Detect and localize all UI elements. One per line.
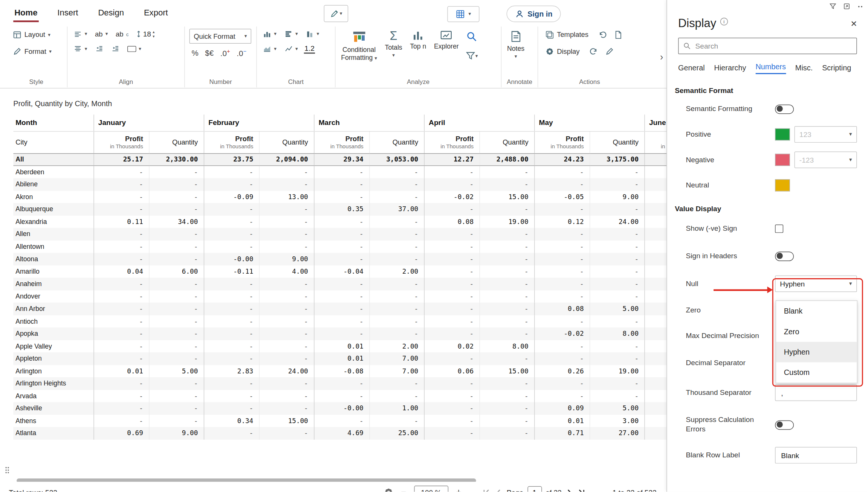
cell[interactable]: - bbox=[534, 390, 590, 402]
info-icon[interactable]: i bbox=[720, 18, 728, 26]
cell[interactable]: - bbox=[590, 253, 644, 265]
cell[interactable]: - bbox=[259, 352, 314, 365]
positive-format-dropdown[interactable]: 123▾ bbox=[795, 126, 857, 143]
prev-page-button[interactable] bbox=[494, 488, 503, 492]
cell[interactable]: - bbox=[590, 390, 644, 402]
toolbar-extra-doc-icon[interactable] bbox=[614, 30, 623, 40]
cell[interactable]: - bbox=[204, 166, 259, 178]
row-label[interactable]: Andover bbox=[13, 290, 93, 303]
cell[interactable]: - bbox=[314, 253, 369, 265]
cell[interactable]: 6.00 bbox=[149, 265, 203, 278]
row-label[interactable]: All bbox=[13, 153, 93, 166]
cell[interactable]: 2,330.00 bbox=[149, 153, 203, 166]
cell[interactable]: - bbox=[314, 290, 369, 303]
cell[interactable]: - bbox=[259, 166, 314, 178]
row-label[interactable]: Arvada bbox=[13, 390, 93, 402]
cell[interactable]: - bbox=[424, 203, 480, 215]
quick-format-select[interactable]: Quick Format ▾ bbox=[189, 29, 252, 44]
cell[interactable]: - bbox=[480, 203, 534, 215]
cell[interactable]: - bbox=[93, 278, 149, 290]
row-label[interactable]: Athens bbox=[13, 414, 93, 427]
cell[interactable]: - bbox=[149, 253, 203, 265]
month-group-header[interactable]: April bbox=[424, 114, 534, 131]
cell[interactable] bbox=[644, 240, 666, 253]
cell[interactable]: - bbox=[314, 228, 369, 240]
cell[interactable]: - bbox=[149, 203, 203, 215]
month-group-header[interactable]: March bbox=[314, 114, 424, 131]
cell[interactable]: 24.23 bbox=[534, 153, 590, 166]
cell[interactable]: - bbox=[93, 228, 149, 240]
row-label[interactable]: Anaheim bbox=[13, 278, 93, 290]
cell[interactable]: - bbox=[259, 203, 314, 215]
cell[interactable]: 0.11 bbox=[93, 215, 149, 228]
next-page-button[interactable] bbox=[565, 488, 574, 492]
search-analyze-button[interactable] bbox=[466, 31, 477, 42]
cell[interactable]: - bbox=[480, 327, 534, 340]
cell[interactable]: 2.00 bbox=[369, 340, 424, 352]
cell[interactable]: 1.00 bbox=[369, 402, 424, 414]
cell[interactable]: - bbox=[204, 228, 259, 240]
close-icon[interactable]: × bbox=[851, 18, 857, 29]
row-label[interactable]: Ann Arbor bbox=[13, 303, 93, 315]
cell[interactable]: - bbox=[314, 215, 369, 228]
cell[interactable]: - bbox=[424, 327, 480, 340]
cell[interactable]: - bbox=[93, 253, 149, 265]
cell[interactable]: - bbox=[590, 166, 644, 178]
cell[interactable]: 5.00 bbox=[149, 365, 203, 377]
cell[interactable]: 0.12 bbox=[534, 215, 590, 228]
cell[interactable]: - bbox=[149, 377, 203, 390]
cell[interactable]: - bbox=[590, 352, 644, 365]
cell[interactable]: - bbox=[93, 303, 149, 315]
cell[interactable]: - bbox=[424, 265, 480, 278]
cell[interactable]: - bbox=[480, 166, 534, 178]
ribbon-more-chevron[interactable]: › bbox=[658, 51, 665, 64]
cell[interactable]: 0.02 bbox=[424, 340, 480, 352]
settings-gear-icon[interactable] bbox=[384, 487, 393, 492]
cell[interactable]: - bbox=[314, 240, 369, 253]
cell[interactable]: - bbox=[534, 228, 590, 240]
cell[interactable]: - bbox=[480, 290, 534, 303]
cell[interactable]: - bbox=[204, 203, 259, 215]
cell[interactable]: - bbox=[480, 278, 534, 290]
cell[interactable] bbox=[644, 253, 666, 265]
cell[interactable]: 0.34 bbox=[204, 414, 259, 427]
border-style-button[interactable]: ▾ bbox=[125, 45, 143, 53]
blank-row-label-input[interactable]: Blank bbox=[775, 447, 857, 463]
row-label[interactable]: Albuquerque bbox=[13, 203, 93, 215]
top-n-button[interactable]: Top n bbox=[409, 29, 427, 52]
cell[interactable] bbox=[644, 352, 666, 365]
month-group-header[interactable]: February bbox=[204, 114, 314, 131]
toolbar-extra-pen-icon[interactable] bbox=[605, 47, 614, 56]
cell[interactable]: - bbox=[149, 303, 203, 315]
expand-icon[interactable] bbox=[843, 3, 850, 10]
cell[interactable]: 15.00 bbox=[259, 414, 314, 427]
cell[interactable] bbox=[644, 390, 666, 402]
cell[interactable] bbox=[644, 327, 666, 340]
cell[interactable]: 13.00 bbox=[259, 190, 314, 203]
cell[interactable] bbox=[644, 290, 666, 303]
quantity-column-header[interactable]: Quantity bbox=[149, 131, 203, 153]
cell[interactable]: - bbox=[149, 166, 203, 178]
cell[interactable] bbox=[644, 278, 666, 290]
cell[interactable] bbox=[644, 315, 666, 327]
cell[interactable]: - bbox=[93, 352, 149, 365]
cell[interactable]: 9.00 bbox=[149, 427, 203, 439]
cell[interactable]: 9.00 bbox=[259, 253, 314, 265]
cell[interactable]: 2,094.00 bbox=[259, 153, 314, 166]
cell[interactable]: -0.11 bbox=[204, 265, 259, 278]
row-label[interactable]: Alexandria bbox=[13, 215, 93, 228]
cell[interactable]: - bbox=[369, 414, 424, 427]
cell[interactable]: - bbox=[149, 352, 203, 365]
panel-search[interactable] bbox=[678, 38, 857, 54]
cell[interactable]: 0.26 bbox=[534, 365, 590, 377]
cell[interactable]: -0.09 bbox=[204, 190, 259, 203]
negative-format-dropdown[interactable]: -123▾ bbox=[795, 152, 857, 168]
cell[interactable]: 0.09 bbox=[534, 402, 590, 414]
cell[interactable]: 0.01 bbox=[314, 340, 369, 352]
cell[interactable]: 15.00 bbox=[480, 365, 534, 377]
cell[interactable]: - bbox=[149, 390, 203, 402]
cell[interactable]: - bbox=[204, 327, 259, 340]
null-option-custom[interactable]: Custom bbox=[776, 362, 857, 382]
cell[interactable]: - bbox=[314, 315, 369, 327]
cell[interactable]: 2.00 bbox=[369, 265, 424, 278]
